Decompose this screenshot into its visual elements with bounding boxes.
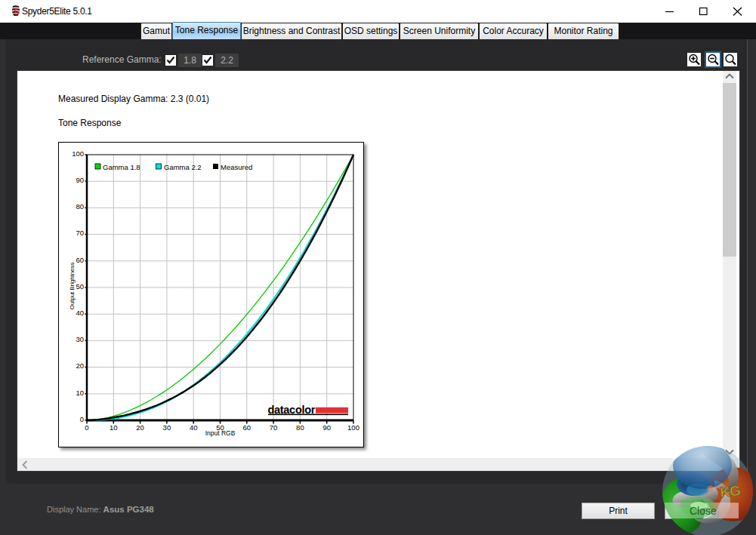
svg-text:80: 80 [296, 423, 304, 432]
svg-text:40: 40 [76, 309, 84, 317]
svg-text:Input RGB: Input RGB [205, 429, 236, 437]
svg-text:50: 50 [76, 282, 84, 291]
svg-text:100: 100 [347, 423, 359, 432]
svg-text:Close: Close [690, 505, 717, 517]
svg-text:10: 10 [76, 389, 84, 397]
svg-text:Output Brightness: Output Brightness [69, 263, 76, 309]
svg-text:60: 60 [243, 423, 251, 432]
svg-text:10: 10 [110, 423, 118, 432]
svg-text:Measured: Measured [221, 163, 252, 171]
svg-text:30: 30 [76, 335, 84, 343]
svg-text:60: 60 [76, 256, 84, 264]
svg-text:5: 5 [14, 7, 19, 17]
svg-text:40: 40 [190, 423, 198, 432]
svg-text:0: 0 [85, 423, 88, 432]
svg-text:20: 20 [136, 423, 144, 432]
svg-text:70: 70 [76, 229, 84, 237]
svg-text:90: 90 [76, 176, 84, 184]
svg-text:100: 100 [72, 149, 84, 158]
svg-text:Gamma 1.8: Gamma 1.8 [103, 163, 140, 171]
svg-text:20: 20 [76, 361, 84, 370]
svg-text:30: 30 [163, 423, 171, 432]
svg-text:70: 70 [270, 423, 278, 432]
svg-text:Gamma 2.2: Gamma 2.2 [164, 163, 202, 171]
svg-text:90: 90 [322, 423, 331, 432]
svg-text:80: 80 [76, 202, 84, 211]
svg-text:datacolor: datacolor [268, 404, 316, 416]
svg-text:KG: KG [719, 482, 741, 500]
svg-text:0: 0 [80, 415, 84, 423]
